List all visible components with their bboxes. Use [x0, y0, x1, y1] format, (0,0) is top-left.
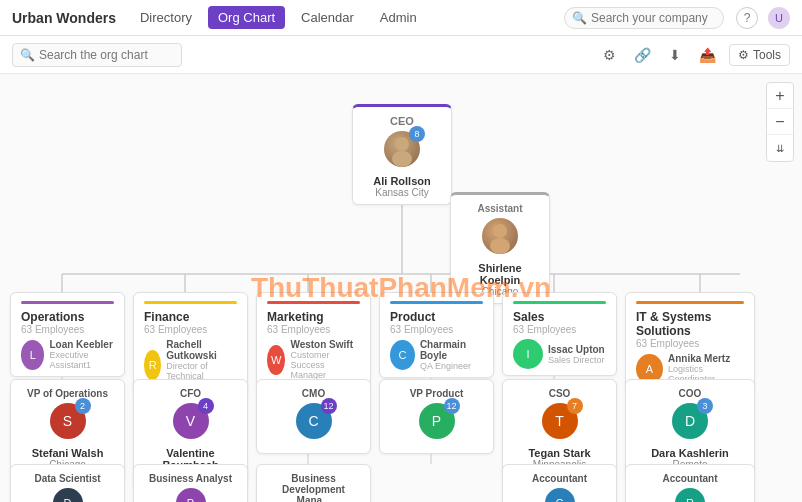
coo-card[interactable]: COO D 3 Dara Kashlerin Remote [625, 379, 755, 477]
dept-sales[interactable]: Sales 63 Employees I Issac Upton Sales D… [502, 292, 617, 376]
coo-name: Dara Kashlerin [651, 447, 729, 459]
dept-operations-avatar: L [21, 340, 44, 370]
ceo-badge: 8 [409, 126, 425, 142]
dept-it[interactable]: IT & Systems Solutions 63 Employees A An… [625, 292, 755, 391]
top-navigation: Urban Wonders Directory Org Chart Calend… [0, 0, 802, 36]
cso-name: Tegan Stark [528, 447, 590, 459]
link-button[interactable]: 🔗 [629, 43, 656, 67]
dept-sales-avatar: I [513, 339, 543, 369]
search-company-wrap: 🔍 [564, 7, 724, 29]
vp-ops-title: VP of Operations [27, 388, 108, 399]
dept-product-count: 63 Employees [390, 324, 483, 335]
zoom-controls: + − ⇊ [766, 82, 794, 162]
dept-marketing-person: Weston Swift [290, 339, 360, 350]
vp-ops-name: Stefani Walsh [32, 447, 104, 459]
dept-product-role: QA Engineer [420, 361, 483, 371]
dept-operations-count: 63 Employees [21, 324, 114, 335]
cfo-badge: 4 [198, 398, 214, 414]
dept-it-name: IT & Systems Solutions [636, 310, 744, 338]
cmo-card[interactable]: CMO C 12 [256, 379, 371, 454]
dept-sales-role: Sales Director [548, 355, 605, 365]
dept-it-person: Annika Mertz [668, 353, 744, 364]
accountant-card[interactable]: Accountant C Charleen Shields St. Louis [502, 464, 617, 502]
business-analyst-card[interactable]: Business Analyst P Patsy Upton Minneapol… [133, 464, 248, 502]
ceo-name: Ali Rollson [373, 175, 430, 187]
ceo-location: Kansas City [375, 187, 428, 198]
svg-point-23 [490, 238, 510, 254]
dept-product-avatar: C [390, 340, 415, 370]
cso-card[interactable]: CSO T 7 Tegan Stark Minneapolis [502, 379, 617, 477]
dept-operations-name: Operations [21, 310, 114, 324]
dept-finance-avatar: R [144, 350, 161, 380]
dept-marketing-role: Customer Success Manager [290, 350, 360, 380]
ceo-title: CEO [390, 115, 414, 127]
accountant-title: Accountant [532, 473, 587, 484]
nav-directory[interactable]: Directory [130, 6, 202, 29]
zoom-in-button[interactable]: + [767, 83, 793, 109]
business-analyst-avatar: P [176, 488, 206, 502]
search-org-icon: 🔍 [20, 48, 35, 62]
assistant-card[interactable]: Assistant Shirlene Koelpin Chicago [450, 192, 550, 304]
dept-sales-name: Sales [513, 310, 606, 324]
dept-sales-person: Issac Upton [548, 344, 605, 355]
accountant2-title: Accountant [663, 473, 718, 484]
accountant-avatar: C [545, 488, 575, 502]
search-org-input[interactable] [12, 43, 182, 67]
dept-marketing-count: 63 Employees [267, 324, 360, 335]
cso-title: CSO [549, 388, 571, 399]
business-analyst-title: Business Analyst [149, 473, 232, 484]
cmo-badge: 12 [321, 398, 337, 414]
accountant2-avatar: R [675, 488, 705, 502]
nav-calendar[interactable]: Calendar [291, 6, 364, 29]
tools-button[interactable]: ⚙ Tools [729, 44, 790, 66]
svg-point-21 [392, 151, 412, 167]
nav-admin[interactable]: Admin [370, 6, 427, 29]
dept-product-name: Product [390, 310, 483, 324]
share-button[interactable]: 📤 [694, 43, 721, 67]
help-button[interactable]: ? [736, 7, 758, 29]
dept-operations[interactable]: Operations 63 Employees L Loan Keebler E… [10, 292, 125, 377]
cso-badge: 7 [567, 398, 583, 414]
vp-product-card[interactable]: VP Product P 12 [379, 379, 494, 454]
biz-dev-card[interactable]: Business Development Mana... T Tawna Abb… [256, 464, 371, 502]
user-avatar-button[interactable]: U [768, 7, 790, 29]
assistant-title: Assistant [477, 203, 522, 214]
dept-operations-role: Executive Assistant1 [49, 350, 114, 370]
chart-area: CEO 8 Ali Rollson Kansas City Assistant … [0, 74, 802, 502]
coo-title: COO [679, 388, 702, 399]
svg-point-20 [395, 137, 409, 151]
search-company-icon: 🔍 [572, 11, 587, 25]
dept-it-count: 63 Employees [636, 338, 744, 349]
filter-button[interactable]: ⚙ [598, 43, 621, 67]
vp-product-title: VP Product [410, 388, 464, 399]
tools-label: Tools [753, 48, 781, 62]
cfo-title: CFO [180, 388, 201, 399]
accountant2-card[interactable]: Accountant R Roderick Schulist Minneapol… [625, 464, 755, 502]
coo-badge: 3 [697, 398, 713, 414]
assistant-avatar [482, 218, 518, 254]
dept-finance-count: 63 Employees [144, 324, 237, 335]
vp-ops-badge: 2 [75, 398, 91, 414]
dept-product[interactable]: Product 63 Employees C Charmain Boyle QA… [379, 292, 494, 378]
vp-product-badge: 12 [444, 398, 460, 414]
zoom-collapse-button[interactable]: ⇊ [767, 135, 793, 161]
dept-marketing[interactable]: Marketing 63 Employees W Weston Swift Cu… [256, 292, 371, 387]
download-button[interactable]: ⬇ [664, 43, 686, 67]
dept-marketing-name: Marketing [267, 310, 360, 324]
cmo-title: CMO [302, 388, 325, 399]
data-scientist-avatar: D [53, 488, 83, 502]
dept-finance-person: Rachell Gutkowski [166, 339, 237, 361]
dept-marketing-avatar: W [267, 345, 285, 375]
brand-name: Urban Wonders [12, 10, 116, 26]
data-scientist-card[interactable]: Data Scientist D Donnell Will Chicago [10, 464, 125, 502]
search-company-input[interactable] [564, 7, 724, 29]
data-scientist-title: Data Scientist [34, 473, 100, 484]
svg-point-22 [493, 224, 507, 238]
nav-orgchart[interactable]: Org Chart [208, 6, 285, 29]
ceo-card[interactable]: CEO 8 Ali Rollson Kansas City [352, 104, 452, 205]
assistant-name: Shirlene Koelpin [461, 262, 539, 286]
zoom-out-button[interactable]: − [767, 109, 793, 135]
dept-finance-name: Finance [144, 310, 237, 324]
dept-operations-person: Loan Keebler [49, 339, 114, 350]
vp-operations-card[interactable]: VP of Operations S 2 Stefani Walsh Chica… [10, 379, 125, 477]
